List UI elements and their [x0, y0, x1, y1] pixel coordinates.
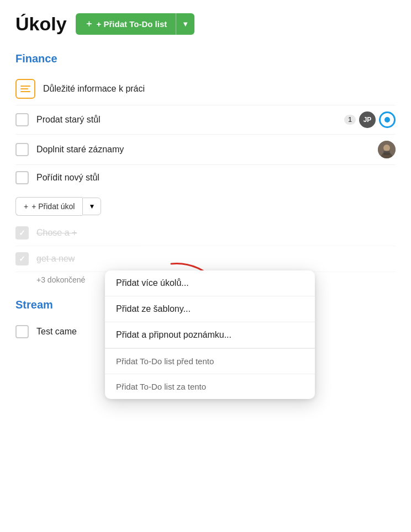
dropdown-item-add-before[interactable]: Přidat To-Do list před tento [105, 349, 315, 374]
table-row: Důležité informace k práci [15, 73, 396, 105]
list-icon-lines [20, 86, 30, 92]
add-task-button[interactable]: + + Přidat úkol [15, 197, 82, 216]
task-meta [378, 141, 396, 158]
plus-icon: ＋ [85, 18, 93, 30]
completed-label: +3 dokončené [36, 275, 85, 284]
avatar-target-inner [384, 117, 390, 123]
dropdown-item-label: Přidat To-Do list za tento [116, 382, 206, 391]
dropdown-item-add-template[interactable]: Přidat ze šablony... [105, 296, 315, 322]
table-row: Chose a + [15, 220, 396, 246]
chevron-down-icon: ▼ [182, 20, 189, 28]
task-checkbox[interactable] [15, 113, 29, 126]
list-line [20, 86, 30, 87]
dropdown-item-label: Přidat více úkolů... [116, 278, 189, 288]
header: Úkoly ＋ + Přidat To-Do list ▼ [15, 13, 396, 35]
avatar-target [379, 111, 396, 128]
table-row: Prodat starý stůl 1 JP [15, 105, 396, 135]
task-checkbox[interactable] [15, 325, 29, 338]
task-label: Doplnit staré záznamy [36, 145, 370, 155]
list-line [20, 88, 28, 89]
task-label: Prodat starý stůl [36, 115, 336, 125]
task-label: Důležité informace k práci [43, 84, 396, 94]
task-label: get a new [36, 254, 396, 264]
dropdown-item-label: Přidat a připnout poznámku... [116, 330, 231, 339]
chevron-down-icon: ▼ [88, 203, 95, 210]
task-badge-count: 1 [344, 115, 356, 125]
task-meta: 1 JP [344, 111, 396, 128]
add-todo-button[interactable]: ＋ + Přidat To-Do list ▼ [76, 13, 195, 35]
task-checkbox[interactable] [15, 226, 29, 240]
add-task-dropdown-button[interactable]: ▼ [82, 198, 101, 215]
table-row: get a new [15, 246, 396, 272]
finance-section: Finance Důležité informace k práci Proda… [15, 52, 396, 190]
add-todo-main[interactable]: ＋ + Přidat To-Do list [76, 13, 177, 35]
dropdown-item-add-after[interactable]: Přidat To-Do list za tento [105, 374, 315, 399]
svg-point-1 [383, 145, 390, 151]
page: Úkoly ＋ + Přidat To-Do list ▼ Finance Dů… [0, 0, 411, 358]
task-checkbox[interactable] [15, 143, 29, 156]
table-row: Pořídit nový stůl [15, 165, 396, 190]
add-todo-label: + Přidat To-Do list [97, 19, 167, 29]
list-icon [15, 79, 35, 99]
task-checkbox[interactable] [15, 252, 29, 265]
table-row: Doplnit staré záznamy [15, 135, 396, 165]
plus-icon: + [24, 202, 28, 211]
avatar [378, 141, 396, 158]
add-todo-dropdown-arrow[interactable]: ▼ [176, 15, 194, 33]
dropdown-item-label: Přidat To-Do list před tento [116, 357, 214, 366]
dropdown-item-add-multiple[interactable]: Přidat více úkolů... [105, 270, 315, 296]
task-label: Pořídit nový stůl [36, 173, 396, 183]
page-title: Úkoly [15, 13, 67, 35]
dropdown-item-add-pin-note[interactable]: Přidat a připnout poznámku... [105, 322, 315, 348]
dropdown-item-label: Přidat ze šablony... [116, 304, 191, 313]
svg-rect-3 [383, 151, 390, 155]
add-task-label: + Přidat úkol [31, 202, 75, 211]
list-line [20, 91, 30, 92]
task-checkbox[interactable] [15, 171, 29, 184]
add-task-row: + + Přidat úkol ▼ [15, 197, 396, 216]
avatar: JP [359, 111, 376, 128]
dropdown-menu: Přidat více úkolů... Přidat ze šablony..… [105, 270, 315, 399]
task-label: Chose a + [36, 228, 396, 238]
finance-section-title: Finance [15, 52, 396, 65]
